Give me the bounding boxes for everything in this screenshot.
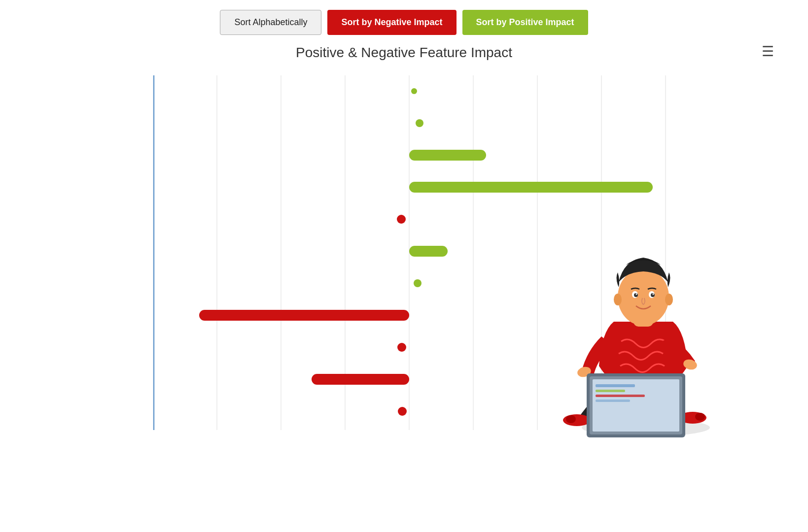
chart-svg-wrapper: cb_person_cred_hist_length cb_person_def… <box>35 75 774 430</box>
chart-container: Positive & Negative Feature Impact ☰ cb_… <box>15 40 794 440</box>
sort-alpha-button[interactable]: Sort Alphabetically <box>220 10 321 35</box>
svg-point-22 <box>414 279 422 287</box>
hamburger-icon[interactable]: ☰ <box>762 45 774 59</box>
chart-title: Positive & Negative Feature Impact <box>35 45 774 61</box>
svg-rect-24 <box>199 310 409 321</box>
svg-point-62 <box>652 294 654 295</box>
svg-point-41 <box>566 415 576 423</box>
svg-point-43 <box>695 413 705 421</box>
person-illustration <box>537 233 764 440</box>
svg-rect-51 <box>596 395 645 397</box>
svg-point-55 <box>614 294 622 305</box>
svg-point-26 <box>397 343 406 352</box>
svg-point-30 <box>398 407 407 416</box>
svg-rect-52 <box>596 399 630 402</box>
svg-rect-28 <box>312 374 409 385</box>
sort-positive-button[interactable]: Sort by Positive Impact <box>462 10 588 35</box>
sort-negative-button[interactable]: Sort by Negative Impact <box>327 10 456 35</box>
svg-point-54 <box>618 268 669 326</box>
svg-rect-14 <box>409 150 486 161</box>
top-buttons: Sort Alphabetically Sort by Negative Imp… <box>0 0 808 40</box>
svg-rect-49 <box>596 384 635 387</box>
svg-point-56 <box>665 294 673 305</box>
svg-point-12 <box>416 119 423 127</box>
svg-rect-16 <box>409 182 653 193</box>
svg-rect-50 <box>596 390 625 392</box>
svg-point-10 <box>411 88 417 94</box>
svg-point-18 <box>397 215 406 224</box>
svg-point-61 <box>635 294 637 295</box>
svg-rect-20 <box>409 246 448 257</box>
illustration <box>537 233 764 440</box>
